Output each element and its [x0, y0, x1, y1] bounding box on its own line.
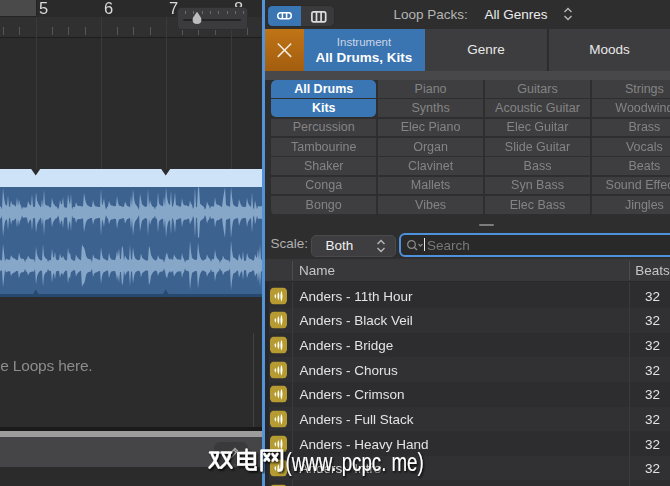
svg-text:(www. pcpc. me): (www. pcpc. me) — [286, 447, 424, 477]
